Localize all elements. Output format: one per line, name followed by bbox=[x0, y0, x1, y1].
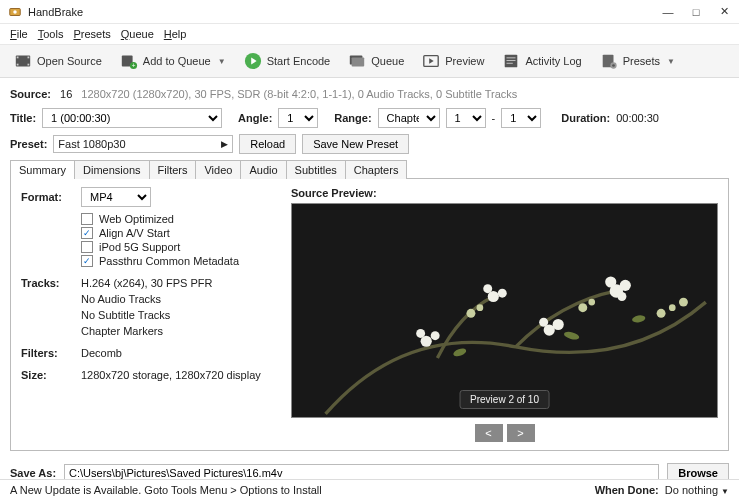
menu-tools[interactable]: Tools bbox=[34, 26, 68, 42]
chevron-down-icon: ▼ bbox=[721, 487, 729, 496]
queue-label: Queue bbox=[371, 55, 404, 67]
title-select[interactable]: 1 (00:00:30) bbox=[42, 108, 222, 128]
track-chapters: Chapter Markers bbox=[81, 325, 212, 337]
preview-button[interactable]: Preview bbox=[416, 49, 490, 73]
svg-point-35 bbox=[578, 303, 587, 312]
filters-value: Decomb bbox=[81, 347, 122, 359]
svg-point-41 bbox=[657, 309, 666, 318]
tab-filters[interactable]: Filters bbox=[149, 160, 197, 179]
start-encode-label: Start Encode bbox=[267, 55, 331, 67]
menu-presets[interactable]: Presets bbox=[69, 26, 114, 42]
ipod-checkbox[interactable]: iPod 5G Support bbox=[81, 241, 271, 253]
preview-label: Preview bbox=[445, 55, 484, 67]
start-encode-button[interactable]: Start Encode bbox=[238, 49, 337, 73]
save-new-preset-button[interactable]: Save New Preset bbox=[302, 134, 409, 154]
track-subs: No Subtitle Tracks bbox=[81, 309, 212, 321]
menu-file[interactable]: File bbox=[6, 26, 32, 42]
svg-point-38 bbox=[620, 280, 631, 291]
svg-rect-3 bbox=[17, 57, 19, 59]
tab-chapters[interactable]: Chapters bbox=[345, 160, 408, 179]
preview-next-button[interactable]: > bbox=[507, 424, 535, 442]
range-from-select[interactable]: 1 bbox=[446, 108, 486, 128]
film-icon bbox=[14, 52, 32, 70]
svg-point-40 bbox=[617, 292, 626, 301]
activity-log-button[interactable]: Activity Log bbox=[496, 49, 587, 73]
chevron-down-icon: ▼ bbox=[218, 57, 226, 66]
log-icon bbox=[502, 52, 520, 70]
svg-rect-17 bbox=[507, 57, 516, 58]
app-icon bbox=[8, 5, 22, 19]
filters-label: Filters: bbox=[21, 347, 81, 359]
duration-value: 00:00:30 bbox=[616, 112, 659, 124]
size-label: Size: bbox=[21, 369, 81, 381]
format-select[interactable]: MP4 bbox=[81, 187, 151, 207]
svg-rect-19 bbox=[507, 63, 513, 64]
svg-point-26 bbox=[416, 329, 425, 338]
chevron-right-icon: ▶ bbox=[221, 139, 228, 149]
when-done-label: When Done: bbox=[595, 484, 659, 496]
when-done-select[interactable]: Do nothing ▼ bbox=[665, 484, 729, 496]
format-label: Format: bbox=[21, 191, 71, 203]
range-type-select[interactable]: Chapters bbox=[378, 108, 440, 128]
update-message: A New Update is Available. Goto Tools Me… bbox=[10, 484, 322, 496]
svg-marker-15 bbox=[429, 58, 434, 63]
play-icon bbox=[244, 52, 262, 70]
tab-dimensions[interactable]: Dimensions bbox=[74, 160, 149, 179]
svg-point-31 bbox=[483, 284, 492, 293]
presets-button[interactable]: Presets ▼ bbox=[594, 49, 681, 73]
minimize-button[interactable]: — bbox=[661, 5, 675, 19]
size-value: 1280x720 storage, 1280x720 display bbox=[81, 369, 261, 381]
add-to-queue-label: Add to Queue bbox=[143, 55, 211, 67]
svg-rect-5 bbox=[28, 57, 30, 59]
svg-point-25 bbox=[431, 331, 440, 340]
queue-add-icon: + bbox=[120, 52, 138, 70]
svg-rect-13 bbox=[352, 57, 365, 66]
svg-point-27 bbox=[466, 309, 475, 318]
range-to-select[interactable]: 1 bbox=[501, 108, 541, 128]
tabs: Summary Dimensions Filters Video Audio S… bbox=[10, 160, 729, 179]
open-source-label: Open Source bbox=[37, 55, 102, 67]
align-av-checkbox[interactable]: ✓Align A/V Start bbox=[81, 227, 271, 239]
toolbar: Open Source + Add to Queue ▼ Start Encod… bbox=[0, 45, 739, 78]
queue-button[interactable]: Queue bbox=[342, 49, 410, 73]
range-label: Range: bbox=[334, 112, 371, 124]
presets-icon bbox=[600, 52, 618, 70]
close-button[interactable]: ✕ bbox=[717, 5, 731, 19]
angle-select[interactable]: 1 bbox=[278, 108, 318, 128]
preview-badge: Preview 2 of 10 bbox=[459, 390, 550, 409]
svg-point-33 bbox=[553, 319, 564, 330]
source-detail: 1280x720 (1280x720), 30 FPS, SDR (8-bit … bbox=[81, 88, 517, 100]
tab-video[interactable]: Video bbox=[195, 160, 241, 179]
preview-prev-button[interactable]: < bbox=[475, 424, 503, 442]
svg-text:+: + bbox=[131, 62, 135, 69]
angle-label: Angle: bbox=[238, 112, 272, 124]
preset-select[interactable]: Fast 1080p30 ▶ bbox=[53, 135, 233, 153]
menu-queue[interactable]: Queue bbox=[117, 26, 158, 42]
range-dash: - bbox=[492, 112, 496, 124]
svg-point-36 bbox=[588, 299, 595, 306]
passthru-metadata-checkbox[interactable]: ✓Passthru Common Metadata bbox=[81, 255, 271, 267]
tracks-label: Tracks: bbox=[21, 277, 81, 337]
queue-icon bbox=[348, 52, 366, 70]
menu-help[interactable]: Help bbox=[160, 26, 191, 42]
reload-button[interactable]: Reload bbox=[239, 134, 296, 154]
statusbar: A New Update is Available. Goto Tools Me… bbox=[0, 479, 739, 500]
tab-subtitles[interactable]: Subtitles bbox=[286, 160, 346, 179]
tab-audio[interactable]: Audio bbox=[240, 160, 286, 179]
web-optimized-checkbox[interactable]: Web Optimized bbox=[81, 213, 271, 225]
svg-point-34 bbox=[539, 318, 548, 327]
tab-summary[interactable]: Summary bbox=[10, 160, 75, 179]
add-to-queue-button[interactable]: + Add to Queue ▼ bbox=[114, 49, 232, 73]
open-source-button[interactable]: Open Source bbox=[8, 49, 108, 73]
svg-rect-6 bbox=[28, 64, 30, 66]
app-title: HandBrake bbox=[28, 6, 83, 18]
svg-rect-4 bbox=[17, 64, 19, 66]
chevron-down-icon: ▼ bbox=[667, 57, 675, 66]
svg-point-28 bbox=[477, 304, 484, 311]
titlebar: HandBrake — □ ✕ bbox=[0, 0, 739, 24]
source-preview-label: Source Preview: bbox=[291, 187, 718, 199]
maximize-button[interactable]: □ bbox=[689, 5, 703, 19]
title-label: Title: bbox=[10, 112, 36, 124]
menubar: File Tools Presets Queue Help bbox=[0, 24, 739, 45]
source-info: Source: 16 1280x720 (1280x720), 30 FPS, … bbox=[10, 84, 729, 108]
